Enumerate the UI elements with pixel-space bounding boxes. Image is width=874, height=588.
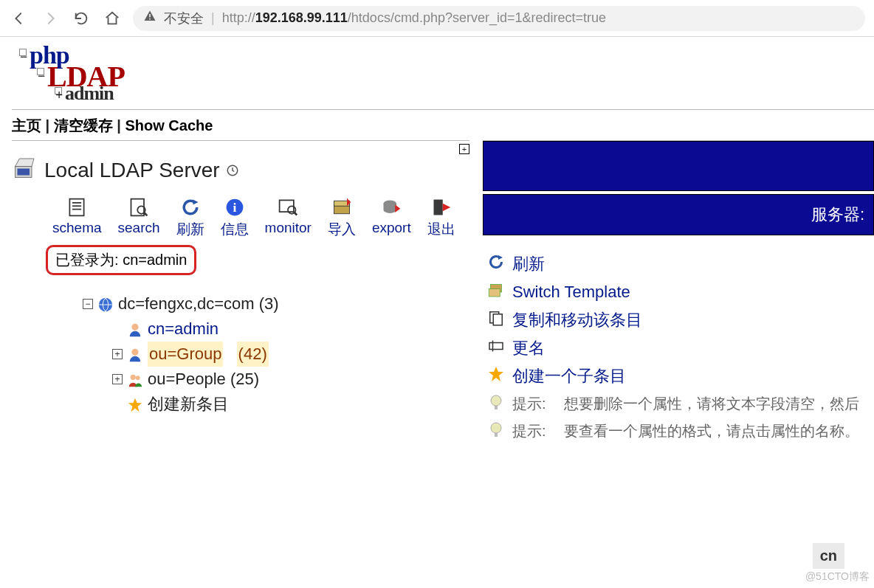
info-icon: i (224, 196, 246, 218)
back-button[interactable] (9, 8, 30, 29)
logged-in-as: 已登录为: cn=admin (46, 245, 196, 275)
people-icon (127, 367, 143, 392)
svg-point-39 (491, 395, 501, 406)
svg-point-26 (131, 324, 138, 331)
user-icon (127, 342, 143, 367)
export-icon (380, 196, 402, 218)
svg-rect-23 (433, 200, 442, 215)
svg-marker-22 (396, 205, 401, 213)
refresh-icon (179, 196, 202, 218)
bulb-icon (487, 393, 505, 415)
svg-marker-38 (489, 367, 503, 381)
tool-search[interactable]: search (118, 196, 160, 239)
browser-toolbar: 不安全 | http://192.168.99.111/htdocs/cmd.p… (0, 0, 874, 37)
not-secure-label: 不安全 (164, 10, 204, 27)
panel-expand-icon[interactable]: + (459, 144, 469, 154)
action-list: 刷新 Switch Template 复制和移动该条目 更名 创建一个子条目 (483, 253, 874, 442)
address-bar[interactable]: 不安全 | http://192.168.99.111/htdocs/cmd.p… (133, 6, 865, 31)
tool-logout[interactable]: 退出 (427, 196, 455, 239)
copy-icon (487, 309, 505, 331)
hint-2: 提示:要查看一个属性的格式，请点击属性的名称。 (487, 421, 874, 442)
svg-text:i: i (233, 200, 236, 215)
tree-node-group[interactable]: + ou=Group (42) (112, 342, 469, 367)
right-panel: 服务器: 刷新 Switch Template 复制和移动该条目 更名 (483, 140, 874, 442)
bulb-icon (487, 421, 505, 442)
tool-info[interactable]: i信息 (221, 196, 249, 239)
tool-refresh[interactable]: 刷新 (176, 196, 204, 239)
star-icon (127, 392, 143, 417)
svg-rect-36 (489, 343, 503, 350)
hint-1: 提示:想要删除一个属性，请将文本字段清空，然后 (487, 393, 874, 415)
svg-rect-3 (18, 169, 30, 176)
tool-monitor[interactable]: monitor (265, 196, 312, 239)
collapse-icon[interactable]: − (83, 299, 93, 309)
star-icon (487, 365, 505, 387)
svg-marker-12 (193, 200, 198, 205)
refresh-icon (487, 253, 505, 275)
nav-clear-cache[interactable]: 清空缓存 (54, 117, 113, 134)
action-copy-move[interactable]: 复制和移动该条目 (487, 309, 874, 331)
top-nav: 主页 | 清空缓存 | Show Cache (12, 109, 874, 139)
search-icon (128, 196, 150, 218)
svg-point-28 (131, 375, 136, 380)
phpldapadmin-logo: − − + php LDAP admin (12, 44, 145, 103)
left-panel: + Local LDAP Server schema search 刷新 i信息… (12, 140, 469, 442)
svg-point-41 (491, 423, 501, 433)
action-refresh[interactable]: 刷新 (487, 253, 874, 275)
user-icon (127, 317, 143, 342)
ldap-tree: − dc=fengxc,dc=com (3) cn=admin + ou=Gro… (83, 291, 469, 417)
tree-root[interactable]: − dc=fengxc,dc=com (3) (83, 291, 469, 317)
svg-line-17 (295, 212, 297, 215)
action-switch-template[interactable]: Switch Template (487, 281, 874, 303)
svg-rect-35 (493, 314, 502, 325)
rename-icon (487, 337, 505, 359)
svg-point-29 (136, 376, 140, 381)
import-icon (331, 196, 353, 218)
expand-icon[interactable]: + (112, 349, 123, 359)
tool-schema[interactable]: schema (52, 196, 102, 239)
url-text: http://192.168.99.111/htdocs/cmd.php?ser… (222, 10, 606, 26)
svg-marker-30 (128, 398, 142, 412)
monitor-icon (277, 196, 299, 218)
tree-node-admin[interactable]: cn=admin (112, 317, 469, 342)
nav-home[interactable]: 主页 (12, 117, 41, 134)
server-label: 服务器: (811, 204, 864, 226)
content-header-bar (483, 141, 874, 191)
tree-create-new[interactable]: 创建新条目 (112, 392, 469, 417)
svg-rect-1 (149, 18, 151, 20)
svg-marker-31 (498, 255, 503, 260)
svg-point-27 (131, 349, 138, 356)
tool-export[interactable]: export (372, 196, 411, 239)
logout-icon (430, 196, 453, 218)
svg-rect-0 (149, 14, 151, 18)
document-icon (66, 196, 88, 218)
svg-rect-40 (495, 406, 498, 409)
svg-rect-33 (489, 289, 500, 297)
nav-show-cache[interactable]: Show Cache (125, 117, 213, 134)
clock-icon (226, 159, 239, 182)
svg-rect-5 (70, 199, 84, 216)
svg-marker-24 (442, 204, 450, 212)
tool-import[interactable]: 导入 (328, 196, 356, 239)
server-icon (12, 154, 38, 186)
globe-icon (97, 291, 114, 317)
warning-icon (143, 10, 156, 27)
home-button[interactable] (102, 8, 123, 29)
expand-icon[interactable]: + (112, 374, 123, 384)
action-rename[interactable]: 更名 (487, 337, 874, 359)
forward-button[interactable] (40, 8, 61, 29)
server-title: Local LDAP Server (12, 154, 469, 186)
server-label-bar: 服务器: (483, 194, 874, 235)
tree-node-people[interactable]: + ou=People (25) (112, 367, 469, 392)
reload-button[interactable] (71, 8, 92, 29)
toolbar: schema search 刷新 i信息 monitor 导入 export 退… (52, 196, 469, 239)
svg-rect-42 (495, 433, 498, 437)
template-icon (487, 281, 505, 303)
action-create-child[interactable]: 创建一个子条目 (487, 365, 874, 387)
